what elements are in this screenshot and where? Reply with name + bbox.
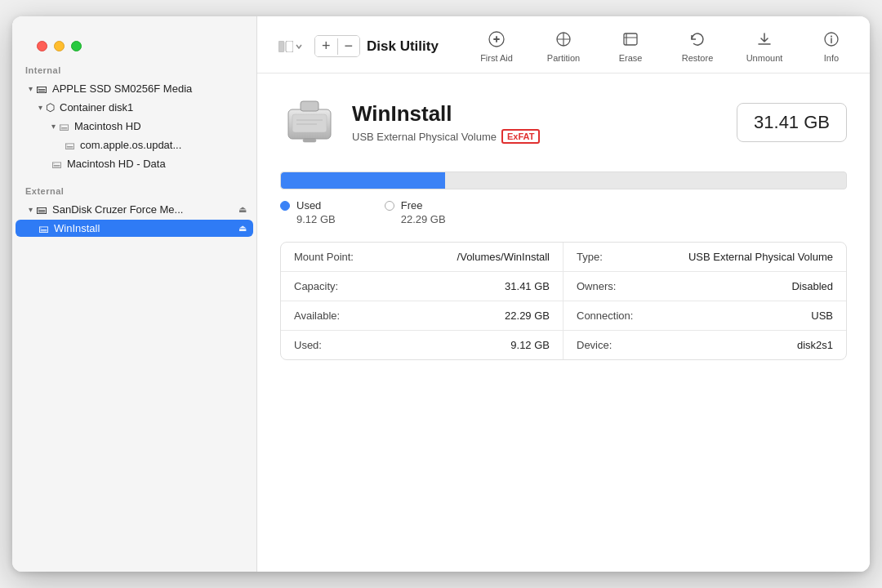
disk-info: WinInstall USB External Physical Volume … [352, 101, 737, 144]
volume-icon: 🖴 [59, 120, 69, 132]
chevron-down-icon [295, 42, 303, 51]
first-aid-action[interactable]: First Aid [474, 30, 519, 63]
unmount-action[interactable]: Unmount [742, 30, 786, 63]
format-badge: ExFAT [501, 129, 540, 144]
sidebar: Internal ▾ 🖴 APPLE SSD SM0256F Media ▾ ⬡… [12, 16, 257, 572]
sidebar-item-label: Container disk1 [60, 101, 133, 114]
svg-rect-1 [286, 41, 293, 52]
close-button[interactable] [37, 41, 47, 51]
sidebar-item-macintosh-hd-data[interactable]: 🖴 Macintosh HD - Data [16, 155, 253, 172]
detail-mount-point: Mount Point: /Volumes/WinInstall [281, 243, 564, 272]
sidebar-toggle-icon [278, 41, 293, 52]
sidebar-item-container-disk1[interactable]: ▾ ⬡ Container disk1 [16, 99, 253, 116]
restore-action[interactable]: Restore [675, 30, 719, 63]
first-aid-icon [487, 30, 506, 51]
detail-used: Used: 9.12 GB [281, 331, 564, 359]
sidebar-item-macintosh-hd[interactable]: ▾ 🖴 Macintosh HD [16, 118, 253, 135]
unmount-label: Unmount [746, 53, 783, 63]
container-icon: ⬡ [46, 101, 55, 114]
detail-capacity: Capacity: 31.41 GB [281, 272, 564, 301]
restore-icon [688, 30, 707, 51]
drive-icon: 🖴 [36, 203, 47, 216]
info-action[interactable]: Info [809, 30, 853, 63]
used-legend: Used 9.12 GB [280, 199, 336, 225]
volume-icon: 🖴 [65, 139, 75, 151]
sidebar-item-apple-ssd[interactable]: ▾ 🖴 APPLE SSD SM0256F Media [16, 79, 253, 97]
detail-connection: Connection: USB [564, 301, 846, 331]
eject-icon[interactable]: ⏏ [238, 204, 247, 215]
usage-bar [280, 172, 847, 189]
erase-label: Erase [619, 53, 643, 63]
chevron-icon: ▾ [29, 84, 33, 93]
sidebar-item-label: Macintosh HD [74, 120, 141, 132]
add-volume-button[interactable]: + [315, 36, 337, 57]
volume-icon: 🖴 [38, 222, 49, 234]
sidebar-item-label: Macintosh HD - Data [67, 158, 166, 170]
disk-name: WinInstall [352, 101, 737, 127]
svg-rect-12 [303, 139, 316, 142]
detail-device: Device: disk2s1 [564, 331, 846, 359]
eject-icon[interactable]: ⏏ [238, 223, 247, 234]
chevron-icon: ▾ [38, 103, 42, 112]
svg-point-5 [831, 35, 832, 37]
usage-section: Used 9.12 GB Free 22.29 GB [280, 172, 847, 225]
disk-subtitle: USB External Physical Volume ExFAT [352, 129, 737, 144]
used-label: Used [280, 199, 336, 212]
free-dot [385, 201, 394, 211]
unmount-icon [755, 30, 774, 51]
main-content: + − Disk Utility [257, 16, 870, 572]
sidebar-item-label: com.apple.os.updat... [80, 139, 181, 151]
minimize-button[interactable] [54, 41, 65, 51]
sidebar-item-com-apple[interactable]: 🖴 com.apple.os.updat... [16, 136, 253, 154]
detail-type: Type: USB External Physical Volume [564, 243, 846, 272]
volume-icon: 🖴 [51, 158, 62, 170]
disk-header: WinInstall USB External Physical Volume … [280, 93, 847, 152]
erase-action[interactable]: Erase [608, 30, 653, 63]
toolbar: + − Disk Utility [257, 16, 870, 74]
toolbar-title: Disk Utility [367, 38, 439, 55]
free-value: 22.29 GB [385, 213, 446, 225]
disk-icon [280, 93, 339, 152]
info-label: Info [824, 53, 839, 63]
used-value: 9.12 GB [280, 213, 336, 225]
view-button[interactable] [274, 38, 308, 56]
partition-icon [554, 30, 573, 51]
free-legend: Free 22.29 GB [385, 199, 446, 225]
usage-legend: Used 9.12 GB Free 22.29 GB [280, 199, 847, 225]
usage-bar-fill [281, 172, 445, 189]
svg-rect-0 [278, 41, 284, 52]
toolbar-left: + − Disk Utility [274, 35, 439, 58]
disk-size: 31.41 GB [737, 103, 847, 142]
sidebar-item-wininstall[interactable]: 🖴 WinInstall ⏏ [16, 220, 253, 237]
sidebar-item-sandisk[interactable]: ▾ 🖴 SanDisk Cruzer Force Me... ⏏ [16, 200, 253, 218]
restore-label: Restore [682, 53, 714, 63]
content-area: WinInstall USB External Physical Volume … [257, 74, 870, 572]
volume-controls: + − [314, 35, 360, 58]
detail-owners: Owners: Disabled [564, 272, 846, 301]
info-icon [822, 30, 841, 51]
drive-icon: 🖴 [36, 82, 47, 95]
svg-rect-9 [292, 114, 327, 132]
external-section-label: External [12, 180, 256, 199]
chevron-icon: ▾ [51, 122, 56, 131]
erase-icon [621, 30, 640, 51]
partition-label: Partition [547, 53, 580, 63]
sidebar-item-label: APPLE SSD SM0256F Media [52, 82, 192, 95]
free-label: Free [385, 199, 446, 212]
partition-action[interactable]: Partition [541, 30, 586, 63]
chevron-icon: ▾ [29, 205, 33, 214]
sidebar-item-label: WinInstall [54, 222, 238, 234]
detail-available: Available: 22.29 GB [281, 301, 564, 331]
details-table: Mount Point: /Volumes/WinInstall Type: U… [280, 242, 847, 360]
internal-section-label: Internal [12, 59, 256, 78]
used-dot [280, 201, 290, 211]
maximize-button[interactable] [71, 41, 82, 51]
toolbar-actions: First Aid Partition [474, 30, 853, 63]
first-aid-label: First Aid [480, 53, 513, 63]
sidebar-item-label: SanDisk Cruzer Force Me... [52, 203, 238, 216]
svg-rect-8 [301, 101, 318, 111]
remove-volume-button[interactable]: − [338, 36, 360, 57]
